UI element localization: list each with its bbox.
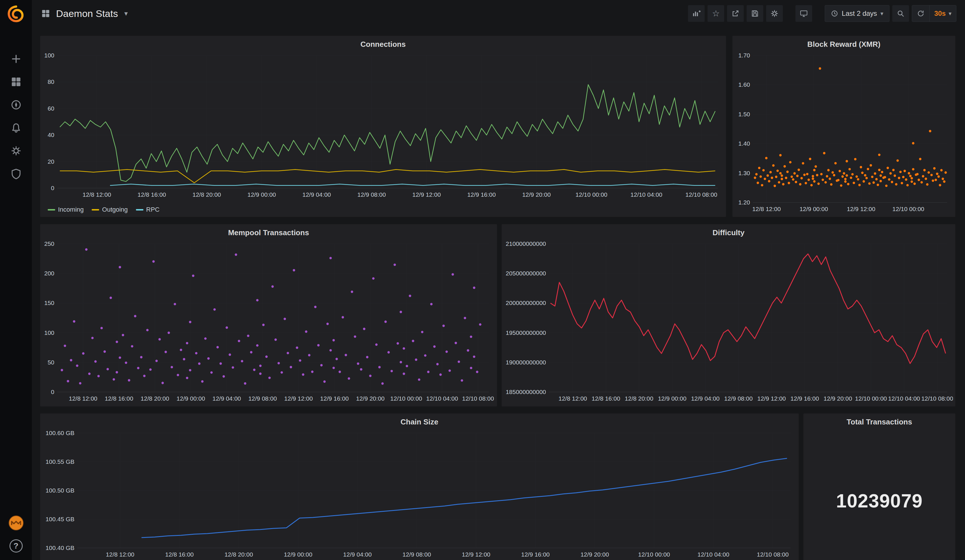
svg-text:12/9 20:00: 12/9 20:00: [581, 551, 609, 558]
chain-size-chart[interactable]: 100.40 GB100.45 GB100.50 GB100.55 GB100.…: [43, 429, 796, 560]
svg-text:12/9 00:00: 12/9 00:00: [284, 551, 312, 558]
configuration-gear-icon[interactable]: [10, 145, 22, 157]
svg-text:12/10 08:00: 12/10 08:00: [921, 395, 953, 402]
time-range-picker[interactable]: Last 2 days ▾: [825, 5, 890, 22]
star-button[interactable]: ☆: [708, 5, 724, 22]
svg-text:20: 20: [48, 158, 54, 165]
svg-text:100.40 GB: 100.40 GB: [46, 544, 74, 551]
svg-text:40: 40: [48, 132, 54, 138]
svg-text:100: 100: [44, 330, 54, 336]
svg-text:12/9 08:00: 12/9 08:00: [724, 395, 752, 402]
refresh-button[interactable]: [912, 5, 929, 21]
grafana-logo-icon[interactable]: [7, 4, 26, 23]
svg-text:12/9 04:00: 12/9 04:00: [691, 395, 720, 402]
title-caret-icon[interactable]: ▾: [124, 10, 128, 18]
panel-title-mempool[interactable]: Mempool Transactions: [40, 224, 497, 238]
tv-mode-button[interactable]: [795, 5, 812, 22]
block-reward-chart[interactable]: 1.201.301.401.501.601.7012/8 12:0012/9 0…: [735, 51, 953, 214]
svg-text:12/8 20:00: 12/8 20:00: [141, 395, 169, 402]
explore-compass-icon[interactable]: [10, 99, 22, 111]
svg-text:12/10 08:00: 12/10 08:00: [685, 191, 717, 198]
grafana-app: ? Daemon Stats ▾ ☆: [0, 0, 965, 560]
total-transactions-stat-wrap: 10239079: [803, 428, 955, 560]
star-icon: ☆: [712, 9, 720, 18]
panel-connections: Connections 02040608010012/8 12:0012/8 1…: [40, 36, 726, 217]
svg-text:12/10 00:00: 12/10 00:00: [638, 551, 670, 558]
legend-item-incoming[interactable]: Incoming: [48, 206, 83, 213]
user-avatar[interactable]: [8, 515, 24, 531]
svg-text:200: 200: [44, 270, 54, 276]
svg-text:12/9 12:00: 12/9 12:00: [284, 395, 312, 402]
panel-total-transactions: Total Transactions 10239079: [803, 413, 955, 560]
svg-text:60: 60: [48, 105, 54, 112]
difficulty-chart[interactable]: 1850000000001900000000001950000000002000…: [504, 240, 953, 404]
sidebar-bottom: ?: [8, 515, 24, 552]
panel-chain-size: Chain Size 100.40 GB100.45 GB100.50 GB10…: [40, 413, 799, 560]
legend-swatch: [136, 209, 143, 211]
svg-text:210000000000: 210000000000: [506, 240, 546, 247]
svg-text:12/9 00:00: 12/9 00:00: [177, 395, 205, 402]
svg-text:1.20: 1.20: [738, 199, 750, 206]
connections-chart[interactable]: 02040608010012/8 12:0012/8 16:0012/8 20:…: [43, 51, 724, 200]
panel-title-connections[interactable]: Connections: [40, 36, 726, 50]
sidebar-nav: [10, 53, 22, 180]
add-panel-button[interactable]: [688, 5, 705, 22]
search-icon: [896, 9, 905, 18]
time-range-caret-icon: ▾: [880, 10, 883, 17]
clock-icon: [831, 10, 838, 17]
svg-text:12/10 00:00: 12/10 00:00: [892, 206, 924, 212]
svg-text:12/8 12:00: 12/8 12:00: [559, 395, 587, 402]
dashboard-title[interactable]: Daemon Stats: [56, 8, 118, 19]
panel-title-block-reward[interactable]: Block Reward (XMR): [733, 36, 955, 50]
svg-text:205000000000: 205000000000: [506, 270, 546, 276]
panel-title-difficulty[interactable]: Difficulty: [502, 224, 955, 238]
plus-icon[interactable]: [10, 53, 22, 65]
svg-text:12/9 04:00: 12/9 04:00: [213, 395, 241, 402]
svg-text:100.60 GB: 100.60 GB: [46, 429, 74, 436]
svg-text:12/10 00:00: 12/10 00:00: [855, 395, 887, 402]
svg-text:12/10 00:00: 12/10 00:00: [576, 191, 607, 198]
legend-item-outgoing[interactable]: Outgoing: [92, 206, 128, 213]
connections-legend: IncomingOutgoingRPC: [48, 206, 159, 213]
svg-text:12/9 12:00: 12/9 12:00: [757, 395, 786, 402]
dashboards-grid-icon[interactable]: [10, 76, 22, 88]
svg-text:0: 0: [51, 389, 54, 395]
svg-text:12/9 08:00: 12/9 08:00: [357, 191, 386, 198]
panel-title-total-transactions[interactable]: Total Transactions: [803, 413, 955, 428]
panel-mempool: Mempool Transactions 05010015020025012/8…: [40, 224, 497, 407]
save-button[interactable]: [747, 5, 763, 22]
svg-text:12/9 08:00: 12/9 08:00: [402, 551, 431, 558]
svg-text:185000000000: 185000000000: [506, 389, 546, 395]
svg-text:190000000000: 190000000000: [506, 359, 546, 366]
svg-text:12/9 00:00: 12/9 00:00: [800, 206, 828, 212]
svg-text:50: 50: [48, 359, 54, 366]
svg-text:12/8 12:00: 12/8 12:00: [69, 395, 97, 402]
refresh-interval-dropdown[interactable]: 30s ▾: [929, 5, 956, 21]
legend-item-rpc[interactable]: RPC: [136, 206, 159, 213]
svg-text:12/8 20:00: 12/8 20:00: [224, 551, 253, 558]
svg-text:80: 80: [48, 78, 54, 85]
help-icon[interactable]: ?: [10, 539, 23, 552]
dashboard-picker-icon[interactable]: [41, 8, 51, 19]
zoom-out-button[interactable]: [892, 5, 909, 22]
legend-label: Outgoing: [102, 206, 128, 213]
svg-text:12/9 00:00: 12/9 00:00: [247, 191, 276, 198]
panel-title-chain-size[interactable]: Chain Size: [40, 413, 798, 428]
dashboard-grid: Connections 02040608010012/8 12:0012/8 1…: [32, 27, 965, 560]
navbar: Daemon Stats ▾ ☆: [32, 0, 965, 27]
svg-text:12/9 08:00: 12/9 08:00: [248, 395, 277, 402]
navbar-left: Daemon Stats ▾: [41, 8, 128, 19]
panel-block-reward: Block Reward (XMR) 1.201.301.401.501.601…: [732, 36, 955, 217]
alerting-bell-icon[interactable]: [10, 122, 22, 134]
svg-text:1.50: 1.50: [738, 111, 750, 118]
svg-text:1.70: 1.70: [738, 52, 750, 59]
svg-text:200000000000: 200000000000: [506, 300, 546, 306]
share-button[interactable]: [727, 5, 744, 22]
mempool-chart[interactable]: 05010015020025012/8 12:0012/8 16:0012/8 …: [43, 240, 495, 404]
dashboard-settings-button[interactable]: [766, 5, 783, 22]
svg-text:12/10 04:00: 12/10 04:00: [630, 191, 662, 198]
svg-text:12/9 12:00: 12/9 12:00: [462, 551, 490, 558]
admin-shield-icon[interactable]: [10, 168, 22, 180]
svg-text:12/8 12:00: 12/8 12:00: [106, 551, 134, 558]
refresh-interval-label: 30s: [934, 10, 946, 18]
